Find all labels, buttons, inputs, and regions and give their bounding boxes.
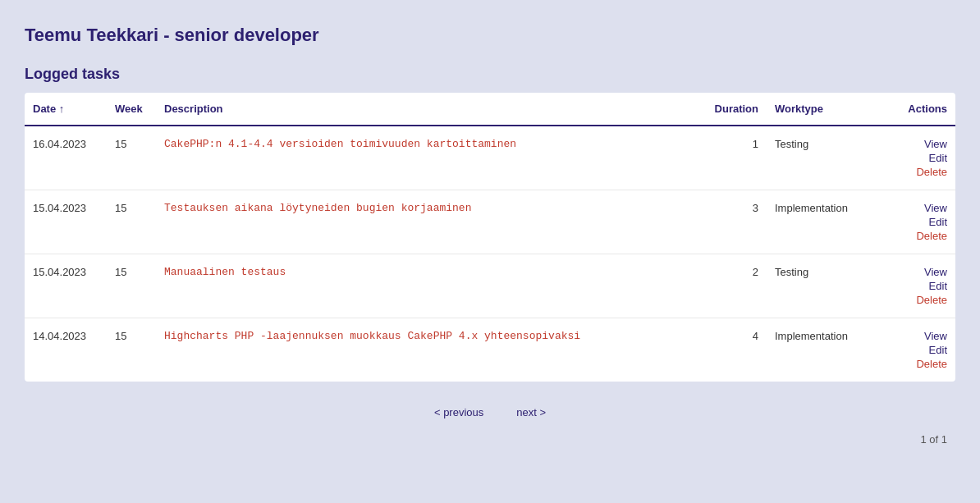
cell-duration: 4 [701,318,767,382]
cell-description: CakePHP:n 4.1-4.4 versioiden toimivuuden… [156,126,701,190]
view-link[interactable]: View [924,138,947,150]
table-row: 14.04.202315Highcharts PHP -laajennuksen… [25,318,955,382]
cell-actions: ViewEditDelete [890,126,955,190]
cell-date: 15.04.2023 [25,190,107,254]
cell-description: Highcharts PHP -laajennuksen muokkaus Ca… [156,318,701,382]
section-title: Logged tasks [25,66,955,83]
cell-date: 14.04.2023 [25,318,107,382]
col-header-worktype[interactable]: Worktype [767,93,890,126]
next-link[interactable]: next > [516,406,546,418]
previous-link[interactable]: < previous [434,406,483,418]
delete-link[interactable]: Delete [916,166,947,178]
cell-duration: 3 [701,190,767,254]
page-info: 1 of 1 [25,433,955,446]
delete-link[interactable]: Delete [916,230,947,242]
edit-link[interactable]: Edit [929,344,947,356]
cell-week: 15 [107,190,156,254]
delete-link[interactable]: Delete [916,294,947,306]
cell-duration: 2 [701,254,767,318]
cell-worktype: Implementation [767,190,890,254]
table-header-row: Date ↑ Week Description Duration Worktyp… [25,93,955,126]
cell-date: 15.04.2023 [25,254,107,318]
page-title: Teemu Teekkari - senior developer [25,25,955,46]
cell-worktype: Implementation [767,318,890,382]
cell-worktype: Testing [767,254,890,318]
cell-actions: ViewEditDelete [890,254,955,318]
cell-description: Testauksen aikana löytyneiden bugien kor… [156,190,701,254]
edit-link[interactable]: Edit [929,280,947,292]
pagination: < previous next > [25,398,955,427]
col-header-description: Description [156,93,701,126]
view-link[interactable]: View [924,202,947,214]
table-row: 15.04.202315Testauksen aikana löytyneide… [25,190,955,254]
cell-duration: 1 [701,126,767,190]
col-header-duration[interactable]: Duration [701,93,767,126]
edit-link[interactable]: Edit [929,152,947,164]
col-header-date[interactable]: Date ↑ [25,93,107,126]
table-row: 16.04.202315CakePHP:n 4.1-4.4 versioiden… [25,126,955,190]
cell-actions: ViewEditDelete [890,190,955,254]
table-row: 15.04.202315Manuaalinen testaus2TestingV… [25,254,955,318]
view-link[interactable]: View [924,330,947,342]
cell-date: 16.04.2023 [25,126,107,190]
edit-link[interactable]: Edit [929,216,947,228]
cell-description: Manuaalinen testaus [156,254,701,318]
cell-actions: ViewEditDelete [890,318,955,382]
view-link[interactable]: View [924,266,947,278]
col-header-actions: Actions [890,93,955,126]
cell-week: 15 [107,318,156,382]
col-header-week[interactable]: Week [107,93,156,126]
delete-link[interactable]: Delete [916,358,947,370]
cell-week: 15 [107,126,156,190]
cell-worktype: Testing [767,126,890,190]
logged-tasks-table: Date ↑ Week Description Duration Worktyp… [25,93,955,382]
cell-week: 15 [107,254,156,318]
